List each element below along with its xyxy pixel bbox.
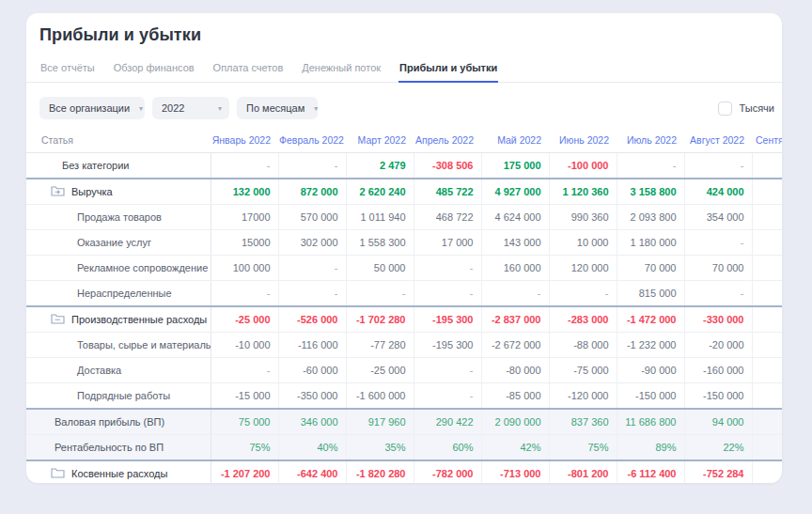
chevron-down-icon: ▾ <box>139 104 143 113</box>
row-label-text: Оказание услуг <box>77 238 151 249</box>
chevron-down-icon: ▾ <box>314 104 318 113</box>
cell-value: -713 000 <box>481 460 549 483</box>
thousands-label: Тысячи <box>740 102 774 114</box>
cell-value: -77 280 <box>346 333 414 358</box>
cell-value: -75 000 <box>549 358 617 383</box>
cell-value: -195 300 <box>414 306 481 333</box>
pl-table: СтатьяЯнварь 2022Февраль 2022Март 2022Ап… <box>26 128 782 483</box>
cell-value <box>752 281 782 307</box>
column-header-month: Август 2022 <box>684 128 752 153</box>
thousands-checkbox[interactable] <box>718 101 732 116</box>
filters-bar: Все организации▾2022▾По месяцам▾ Тысячи <box>26 97 782 119</box>
cell-value <box>752 409 782 435</box>
row-label[interactable]: Косвенные расходы <box>26 460 211 483</box>
cell-value: -2 837 000 <box>481 306 549 333</box>
folder-icon[interactable] <box>51 467 71 478</box>
column-header-month: Февраль 2022 <box>278 128 346 153</box>
cell-value: 70 000 <box>617 256 684 281</box>
table-row: Подрядные работы-15 000-350 000-1 600 00… <box>26 383 782 410</box>
cell-value: - <box>278 281 346 307</box>
cell-value: 175 000 <box>481 153 549 179</box>
row-label[interactable]: Выручка <box>26 179 211 205</box>
cell-value: 1 558 300 <box>346 230 414 256</box>
column-header-month: Сентябрь 2022 <box>752 128 782 153</box>
thousands-toggle[interactable]: Тысячи <box>718 101 774 116</box>
cell-value: -10 000 <box>211 333 278 358</box>
cell-value: 570 000 <box>278 205 346 230</box>
cell-value <box>752 205 782 230</box>
cell-value <box>752 358 782 383</box>
cell-value <box>752 153 782 179</box>
cell-value: 11 686 800 <box>617 409 684 435</box>
row-label: Рекламное сопровождение <box>26 256 211 281</box>
row-label-text: Подрядные работы <box>77 391 170 402</box>
row-label: Нераспределенные <box>26 281 211 307</box>
cell-value: 60% <box>414 435 481 461</box>
cell-value: 10 000 <box>549 230 617 256</box>
cell-value: 17 000 <box>414 230 481 256</box>
cell-value: -1 820 280 <box>346 460 414 483</box>
cell-value: -80 000 <box>481 358 549 383</box>
table-row: Выручка132 000872 0002 620 240485 7224 9… <box>26 179 782 205</box>
table-row: Косвенные расходы-1 207 200-642 400-1 82… <box>26 460 782 483</box>
tab[interactable]: Обзор финансов <box>113 56 195 82</box>
cell-value: -526 000 <box>278 306 346 333</box>
cell-value: 2 620 240 <box>346 179 414 205</box>
cell-value: -20 000 <box>684 333 752 358</box>
cell-value: - <box>211 153 278 179</box>
page-title: Прибыли и убытки <box>39 24 782 45</box>
cell-value <box>752 230 782 256</box>
cell-value: 42% <box>481 435 549 461</box>
cell-value: 1 011 940 <box>346 205 414 230</box>
period-select[interactable]: По месяцам▾ <box>237 97 318 119</box>
row-label: Доставка <box>26 358 211 383</box>
cell-value: -1 232 000 <box>617 333 684 358</box>
cell-value: - <box>684 230 752 256</box>
cell-value: 468 722 <box>414 205 481 230</box>
cell-value <box>752 460 782 483</box>
cell-value: 872 000 <box>278 179 346 205</box>
folder-income-icon[interactable] <box>51 185 71 196</box>
column-header-month: Апрель 2022 <box>414 128 481 153</box>
cell-value: 424 000 <box>684 179 752 205</box>
cell-value: -160 000 <box>684 358 752 383</box>
cell-value: 485 722 <box>414 179 481 205</box>
table-row: Доставка--60 000-25 000--80 000-75 000-9… <box>26 358 782 383</box>
year-select[interactable]: 2022▾ <box>152 97 229 119</box>
row-label[interactable]: Производственные расходы <box>26 306 211 333</box>
cell-value: - <box>278 153 346 179</box>
cell-value: -1 600 000 <box>346 383 414 410</box>
tab[interactable]: Денежный поток <box>301 56 382 82</box>
cell-value: 120 000 <box>549 256 617 281</box>
cell-value: -25 000 <box>346 358 414 383</box>
cell-value <box>752 179 782 205</box>
tab[interactable]: Прибыли и убытки <box>398 56 498 83</box>
cell-value: 837 360 <box>549 409 617 435</box>
cell-value: -350 000 <box>278 383 346 410</box>
cell-value: -308 506 <box>414 153 481 179</box>
cell-value: 346 000 <box>278 409 346 435</box>
cell-value: 990 360 <box>549 205 617 230</box>
column-header-article: Статья <box>26 128 211 153</box>
tab[interactable]: Все отчёты <box>39 56 96 82</box>
cell-value: 160 000 <box>481 256 549 281</box>
table-row: Рентабельность по ВП75%40%35%60%42%75%89… <box>26 435 782 461</box>
cell-value: -25 000 <box>211 306 278 333</box>
cell-value: 354 000 <box>684 205 752 230</box>
organization-select-value: Все организации <box>49 102 130 114</box>
tab[interactable]: Оплата счетов <box>212 56 285 82</box>
cell-value: 1 180 000 <box>617 230 684 256</box>
row-label-text: Валовая прибыль (ВП) <box>55 417 164 428</box>
row-label-text: Без категории <box>62 161 129 172</box>
organization-select[interactable]: Все организации▾ <box>39 97 145 119</box>
cell-value: - <box>211 358 278 383</box>
row-label: Продажа товаров <box>26 205 211 230</box>
row-label: Оказание услуг <box>26 230 211 256</box>
column-header-month: Март 2022 <box>346 128 414 153</box>
cell-value: 4 927 000 <box>481 179 549 205</box>
folder-expense-icon[interactable] <box>51 313 71 324</box>
table-row: Оказание услуг15000302 0001 558 30017 00… <box>26 230 782 256</box>
column-header-month: Июль 2022 <box>617 128 684 153</box>
cell-value: -752 284 <box>684 460 752 483</box>
cell-value: -1 472 000 <box>617 306 684 333</box>
